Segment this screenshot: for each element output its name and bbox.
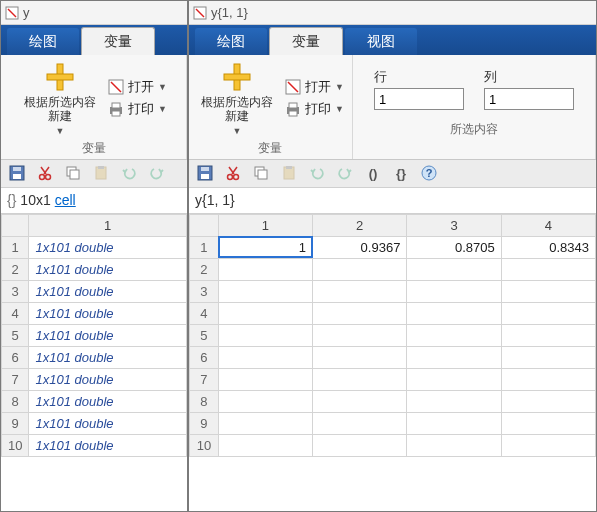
tab-variable[interactable]: 变量 [81, 27, 155, 55]
cell[interactable] [313, 258, 407, 280]
variable-grid[interactable]: 1 11x101 double21x101 double31x101 doubl… [1, 214, 187, 511]
cell[interactable]: 1x101 double [29, 236, 187, 258]
table-row[interactable]: 8 [190, 390, 596, 412]
cell[interactable] [218, 324, 312, 346]
cell[interactable] [313, 390, 407, 412]
help-button[interactable]: ? [419, 163, 439, 183]
cell[interactable] [501, 368, 595, 390]
cell[interactable]: 1x101 double [29, 346, 187, 368]
row-header[interactable]: 3 [190, 280, 219, 302]
cell[interactable] [407, 390, 501, 412]
col-input[interactable] [484, 88, 574, 110]
tab-view[interactable]: 视图 [345, 28, 417, 55]
col-header[interactable]: 1 [218, 214, 312, 236]
cell[interactable] [218, 346, 312, 368]
cell[interactable]: 0.9367 [313, 236, 407, 258]
row-header[interactable]: 4 [190, 302, 219, 324]
cell[interactable] [407, 368, 501, 390]
cell[interactable]: 1x101 double [29, 434, 187, 456]
cell[interactable] [501, 346, 595, 368]
cell[interactable]: 1x101 double [29, 324, 187, 346]
cell[interactable] [218, 302, 312, 324]
table-row[interactable]: 9 [190, 412, 596, 434]
open-button[interactable]: 打开 ▼ [108, 78, 167, 96]
cell[interactable] [313, 346, 407, 368]
variable-grid[interactable]: 1234 110.93670.87050.83432345678910 [189, 214, 596, 511]
table-row[interactable]: 71x101 double [2, 368, 187, 390]
row-header[interactable]: 9 [190, 412, 219, 434]
row-header[interactable]: 5 [190, 324, 219, 346]
cell[interactable]: 0.8705 [407, 236, 501, 258]
row-header[interactable]: 6 [2, 346, 29, 368]
table-row[interactable]: 51x101 double [2, 324, 187, 346]
cell[interactable] [407, 346, 501, 368]
cell[interactable]: 1x101 double [29, 302, 187, 324]
tab-plot[interactable]: 绘图 [195, 28, 267, 55]
cell[interactable] [407, 324, 501, 346]
row-header[interactable]: 1 [2, 236, 29, 258]
copy-button[interactable] [251, 163, 271, 183]
cell[interactable] [407, 434, 501, 456]
cell[interactable] [407, 280, 501, 302]
table-row[interactable]: 61x101 double [2, 346, 187, 368]
cell[interactable] [218, 434, 312, 456]
row-header[interactable]: 1 [190, 236, 219, 258]
cell[interactable] [313, 280, 407, 302]
tab-plot[interactable]: 绘图 [7, 28, 79, 55]
row-header[interactable]: 8 [190, 390, 219, 412]
row-header[interactable]: 10 [190, 434, 219, 456]
cell[interactable]: 1x101 double [29, 280, 187, 302]
table-row[interactable]: 110.93670.87050.8343 [190, 236, 596, 258]
row-header[interactable]: 2 [2, 258, 29, 280]
save-button[interactable] [7, 163, 27, 183]
titlebar[interactable]: y{1, 1} [189, 1, 596, 25]
cell[interactable] [313, 412, 407, 434]
table-row[interactable]: 10 [190, 434, 596, 456]
cell[interactable] [501, 324, 595, 346]
table-row[interactable]: 31x101 double [2, 280, 187, 302]
cell[interactable]: 1x101 double [29, 412, 187, 434]
cell[interactable] [407, 302, 501, 324]
brackets-icon[interactable]: () [363, 163, 383, 183]
new-from-selection-button[interactable]: 根据所选内容 新建 ▼ [197, 59, 277, 138]
table-row[interactable]: 4 [190, 302, 596, 324]
cell[interactable] [501, 302, 595, 324]
cell[interactable] [313, 302, 407, 324]
cell[interactable] [313, 368, 407, 390]
print-button[interactable]: 打印 ▼ [108, 100, 167, 118]
col-header[interactable]: 4 [501, 214, 595, 236]
cell[interactable] [501, 390, 595, 412]
row-header[interactable]: 7 [2, 368, 29, 390]
cell[interactable] [218, 412, 312, 434]
new-from-selection-button[interactable]: 根据所选内容 新建 ▼ [20, 59, 100, 138]
row-header[interactable]: 10 [2, 434, 29, 456]
table-row[interactable]: 21x101 double [2, 258, 187, 280]
cell[interactable] [501, 258, 595, 280]
cell[interactable] [218, 368, 312, 390]
table-row[interactable]: 81x101 double [2, 390, 187, 412]
row-header[interactable]: 7 [190, 368, 219, 390]
col-header[interactable]: 1 [29, 214, 187, 236]
variable-type-link[interactable]: cell [55, 192, 76, 208]
table-row[interactable]: 3 [190, 280, 596, 302]
row-header[interactable]: 6 [190, 346, 219, 368]
copy-button[interactable] [63, 163, 83, 183]
row-header[interactable]: 2 [190, 258, 219, 280]
table-row[interactable]: 7 [190, 368, 596, 390]
braces-icon[interactable]: {} [391, 163, 411, 183]
table-row[interactable]: 91x101 double [2, 412, 187, 434]
table-row[interactable]: 2 [190, 258, 596, 280]
cell[interactable] [218, 258, 312, 280]
cut-button[interactable] [35, 163, 55, 183]
cell[interactable]: 1x101 double [29, 258, 187, 280]
open-button[interactable]: 打开 ▼ [285, 78, 344, 96]
cell[interactable]: 1 [218, 236, 312, 258]
table-row[interactable]: 41x101 double [2, 302, 187, 324]
cell[interactable] [501, 280, 595, 302]
row-header[interactable]: 3 [2, 280, 29, 302]
row-header[interactable]: 9 [2, 412, 29, 434]
table-row[interactable]: 6 [190, 346, 596, 368]
cell[interactable] [218, 390, 312, 412]
cell[interactable] [313, 434, 407, 456]
row-header[interactable]: 5 [2, 324, 29, 346]
